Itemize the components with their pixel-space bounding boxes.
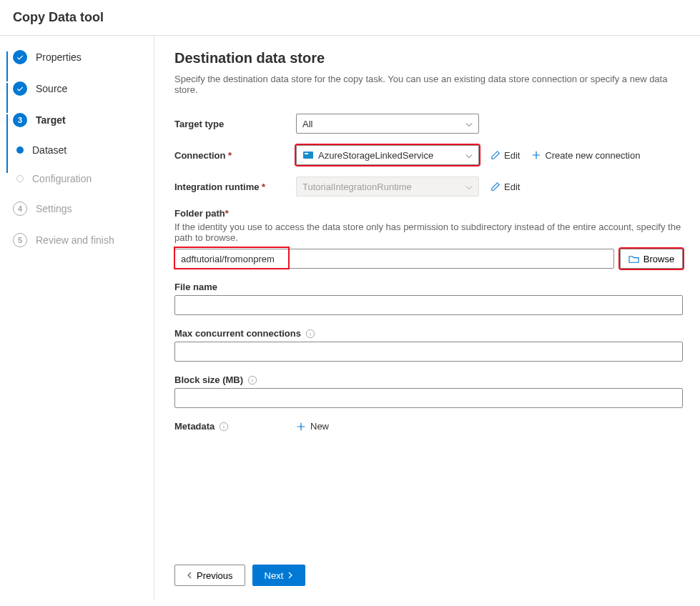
step-label: Properties [36, 51, 82, 63]
check-icon [13, 50, 27, 64]
next-button[interactable]: Next [252, 565, 306, 586]
content-title: Destination data store [174, 50, 683, 66]
folder-path-section: Folder path If the identity you use to a… [174, 208, 683, 269]
file-name-section: File name [174, 282, 683, 315]
footer: Previous Next [174, 543, 683, 586]
main-content: Destination data store Specify the desti… [154, 36, 700, 600]
folder-path-label: Folder path [174, 208, 683, 219]
info-icon [219, 422, 229, 432]
integration-value: TutorialIntegrationRuntime [302, 182, 412, 192]
step-review[interactable]: 5 Review and finish [13, 233, 154, 247]
metadata-row: Metadata New [174, 421, 683, 432]
step-properties[interactable]: Properties [13, 50, 154, 64]
create-connection-button[interactable]: Create new connection [531, 150, 640, 161]
step-configuration[interactable]: Configuration [16, 173, 154, 184]
block-size-label: Block size (MB) [174, 374, 683, 385]
step-label: Dataset [32, 144, 66, 156]
chevron-left-icon [187, 572, 192, 579]
connection-select[interactable]: AzureStorageLinkedService [296, 145, 479, 165]
connection-row: Connection AzureStorageLinkedService Edi… [174, 145, 683, 165]
edit-label: Edit [504, 150, 520, 161]
plus-icon [531, 150, 541, 160]
info-icon [247, 375, 257, 385]
block-size-input[interactable] [174, 388, 683, 408]
target-type-value: All [302, 119, 312, 129]
step-number: 5 [13, 233, 27, 247]
substep-dot-icon [16, 146, 24, 154]
browse-label: Browse [644, 254, 674, 264]
svg-rect-0 [303, 152, 313, 159]
connection-label: Connection [174, 150, 296, 161]
edit-label: Edit [504, 182, 520, 192]
next-label: Next [265, 570, 284, 581]
check-icon [13, 81, 27, 96]
max-conn-input[interactable] [174, 342, 683, 362]
previous-label: Previous [197, 570, 233, 581]
step-label: Review and finish [36, 234, 114, 246]
new-metadata-button[interactable]: New [296, 421, 329, 432]
info-icon [305, 329, 315, 339]
chevron-down-icon [465, 150, 473, 161]
target-type-label: Target type [174, 119, 296, 129]
step-dataset[interactable]: Dataset [16, 144, 154, 156]
step-settings[interactable]: 4 Settings [13, 202, 154, 216]
connection-value: AzureStorageLinkedService [318, 150, 433, 161]
max-conn-section: Max concurrent connections [174, 328, 683, 362]
folder-path-input[interactable] [174, 249, 614, 269]
previous-button[interactable]: Previous [174, 565, 245, 586]
target-type-row: Target type All [174, 114, 683, 134]
folder-path-desc: If the identity you use to access the da… [174, 222, 683, 243]
step-label: Target [36, 114, 66, 126]
substep-circle-icon [16, 175, 24, 182]
page-title: Copy Data tool [13, 10, 687, 25]
step-number: 3 [13, 113, 27, 127]
pencil-icon [491, 182, 501, 192]
step-number: 4 [13, 202, 27, 216]
max-conn-label: Max concurrent connections [174, 328, 683, 339]
plus-icon [296, 422, 306, 432]
chevron-right-icon [287, 572, 293, 579]
sidebar: Properties Source 3 Target Dataset Confi… [0, 36, 154, 600]
content-description: Specify the destination data store for t… [174, 74, 683, 95]
storage-icon [302, 149, 314, 161]
chevron-down-icon [465, 182, 473, 192]
file-name-label: File name [174, 282, 683, 292]
step-label: Configuration [32, 173, 92, 184]
integration-select: TutorialIntegrationRuntime [296, 177, 479, 197]
folder-icon [628, 254, 639, 264]
integration-row: Integration runtime TutorialIntegrationR… [174, 177, 683, 197]
step-label: Settings [36, 203, 72, 214]
block-size-section: Block size (MB) [174, 374, 683, 408]
step-source[interactable]: Source [13, 81, 154, 96]
chevron-down-icon [465, 119, 473, 129]
step-label: Source [36, 83, 67, 94]
edit-button[interactable]: Edit [491, 182, 520, 192]
browse-button[interactable]: Browse [620, 249, 683, 269]
integration-label: Integration runtime [174, 182, 296, 192]
pencil-icon [491, 150, 501, 160]
edit-button[interactable]: Edit [491, 150, 520, 161]
file-name-input[interactable] [174, 295, 683, 315]
target-type-select[interactable]: All [296, 114, 479, 134]
metadata-label: Metadata [174, 421, 296, 432]
create-label: Create new connection [545, 150, 640, 161]
header: Copy Data tool [0, 0, 700, 36]
svg-rect-1 [305, 153, 308, 154]
step-target[interactable]: 3 Target [13, 113, 154, 127]
new-label: New [310, 421, 329, 432]
